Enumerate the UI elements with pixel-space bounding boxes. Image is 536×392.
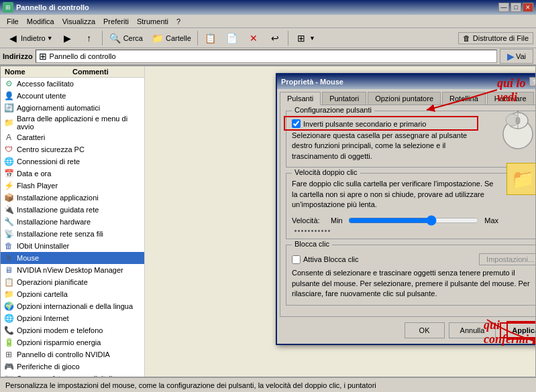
sidebar-item-14[interactable]: 🖱 Mouse bbox=[1, 252, 144, 264]
search-icon: 🔍 bbox=[109, 31, 122, 45]
sidebar-item-icon-17: 📁 bbox=[3, 289, 14, 300]
sidebar-item-9[interactable]: 📦 Installazione applicazioni bbox=[1, 192, 144, 204]
sidebar-item-text-23: Periferiche di gioco bbox=[17, 363, 80, 371]
sidebar-item-3[interactable]: 📁 Barra delle applicazioni e menu di avv… bbox=[1, 114, 144, 131]
sidebar-item-17[interactable]: 📁 Opzioni cartella bbox=[1, 288, 144, 300]
title-bar: ⊞ Pannello di controllo — □ ✕ bbox=[0, 0, 536, 15]
sidebar-item-8[interactable]: ⚡ Flash Player bbox=[1, 180, 144, 192]
sidebar-item-text-10: Installazione guidata rete bbox=[17, 206, 99, 214]
sidebar-item-11[interactable]: 🔧 Installazione hardware bbox=[1, 216, 144, 228]
view-icon: ⊞ bbox=[294, 31, 308, 45]
sidebar-item-7[interactable]: 📅 Data e ora bbox=[1, 168, 144, 180]
annulla-button[interactable]: Annulla bbox=[449, 322, 496, 338]
back-button[interactable]: ◀ Indietro ▼ bbox=[3, 30, 56, 46]
applica-button[interactable]: Applica bbox=[500, 322, 535, 338]
sidebar-item-16[interactable]: 📋 Operazioni pianificate bbox=[1, 276, 144, 288]
sidebar-item-icon-12: 📡 bbox=[3, 228, 14, 239]
sidebar-item-6[interactable]: 🌐 Connessioni di rete bbox=[1, 155, 144, 168]
undo-icon: ↩ bbox=[268, 31, 282, 45]
sidebar-item-22[interactable]: ⊞ Pannello di controllo NVIDIA bbox=[1, 348, 144, 361]
sidebar-item-icon-13: 🗑 bbox=[3, 241, 14, 251]
menu-file[interactable]: File bbox=[3, 16, 23, 27]
sidebar-item-15[interactable]: 🖥 NVIDIA nView Desktop Manager bbox=[1, 264, 144, 276]
sidebar-item-icon-11: 🔧 bbox=[3, 216, 14, 227]
folder-preview[interactable]: 📁 bbox=[506, 163, 535, 195]
velocita-title: Velocità doppio clic bbox=[292, 168, 360, 176]
sidebar-item-18[interactable]: 🌍 Opzioni internazionali e della lingua bbox=[1, 300, 144, 312]
velocita-label: Velocità: bbox=[292, 216, 325, 224]
view-button[interactable]: ⊞ ▼ bbox=[291, 30, 319, 46]
address-bar: Indirizzo ⊞ Pannello di controllo ▶ Vai bbox=[0, 48, 536, 66]
menu-strumenti[interactable]: Strumenti bbox=[133, 16, 172, 27]
sidebar-item-icon-4: A bbox=[3, 132, 14, 143]
sidebar-item-icon-15: 🖥 bbox=[3, 265, 14, 275]
sidebar: Nome Commenti ⚙ Accesso facilitato 👤 Acc… bbox=[1, 66, 145, 377]
sidebar-item-icon-1: 👤 bbox=[3, 90, 14, 101]
tab-opzioni-puntatore[interactable]: Opzioni puntatore bbox=[368, 92, 441, 105]
menu-visualizza[interactable]: Visualizza bbox=[58, 16, 99, 27]
dialog-title-buttons: ? ✕ bbox=[529, 77, 535, 86]
sidebar-item-icon-20: 📞 bbox=[3, 325, 14, 336]
sidebar-item-2[interactable]: 🔄 Aggiornamenti automatici bbox=[1, 102, 144, 114]
configurazione-pulsanti-group: Configurazione pulsanti Inverti pulsante… bbox=[286, 111, 535, 168]
tab-puntatori[interactable]: Puntatori bbox=[322, 92, 366, 105]
tab-rotellina[interactable]: Rotellina bbox=[442, 92, 486, 105]
blocca-clic-label: Attiva Blocca clic bbox=[303, 255, 359, 263]
delete-button[interactable]: ✕ bbox=[244, 30, 264, 46]
toolbar-right: 🗑 Distruttore di File bbox=[458, 32, 533, 44]
velocita-description: Fare doppio clic sulla cartella per veri… bbox=[292, 179, 498, 210]
up-icon: ↑ bbox=[83, 31, 96, 45]
sidebar-item-text-4: Caratteri bbox=[17, 133, 45, 141]
sidebar-items-container: ⚙ Accesso facilitato 👤 Account utente 🔄 … bbox=[1, 78, 144, 377]
sidebar-item-24[interactable]: 📷 Scanner e fotocamere digitali bbox=[1, 373, 144, 377]
up-button[interactable]: ↑ bbox=[79, 30, 99, 46]
sidebar-item-text-14: Mouse bbox=[17, 254, 39, 262]
sidebar-item-text-0: Accesso facilitato bbox=[17, 80, 74, 88]
folders-button[interactable]: 📁 Cartelle bbox=[148, 30, 195, 46]
sidebar-item-1[interactable]: 👤 Account utente bbox=[1, 90, 144, 102]
tab-pulsanti[interactable]: Pulsanti bbox=[280, 92, 321, 105]
address-input-container: ⊞ Pannello di controllo bbox=[36, 50, 497, 63]
undo-button[interactable]: ↩ bbox=[265, 30, 285, 46]
back-icon: ◀ bbox=[6, 31, 19, 45]
sidebar-item-21[interactable]: 🔋 Opzioni risparmio energia bbox=[1, 336, 144, 348]
header-comment: Commenti bbox=[72, 68, 140, 76]
sidebar-item-icon-19: 🌐 bbox=[3, 313, 14, 324]
search-button[interactable]: 🔍 Cerca bbox=[105, 30, 146, 46]
sidebar-item-icon-24: 📷 bbox=[3, 373, 14, 377]
maximize-button[interactable]: □ bbox=[511, 3, 521, 12]
paste-button[interactable]: 📄 bbox=[222, 30, 242, 46]
tab-hardware[interactable]: Hardware bbox=[487, 92, 534, 105]
sidebar-item-text-16: Operazioni pianificate bbox=[17, 278, 88, 286]
sidebar-item-10[interactable]: 🔌 Installazione guidata rete bbox=[1, 204, 144, 216]
sidebar-item-5[interactable]: 🛡 Centro sicurezza PC bbox=[1, 143, 144, 155]
go-button[interactable]: ▶ Vai bbox=[500, 49, 533, 64]
sidebar-item-13[interactable]: 🗑 IObit Uninstaller bbox=[1, 240, 144, 252]
sidebar-item-20[interactable]: 📞 Opzioni modem e telefono bbox=[1, 324, 144, 336]
minimize-button[interactable]: — bbox=[498, 3, 509, 12]
sidebar-item-text-7: Data e ora bbox=[17, 170, 51, 178]
sidebar-item-19[interactable]: 🌐 Opzioni Internet bbox=[1, 312, 144, 324]
copy-icon: 📋 bbox=[204, 31, 217, 45]
blocca-clic-checkbox[interactable] bbox=[292, 255, 301, 264]
distruttore-button[interactable]: 🗑 Distruttore di File bbox=[458, 32, 533, 44]
forward-button[interactable]: ▶ bbox=[58, 30, 78, 46]
menu-preferiti[interactable]: Preferiti bbox=[99, 16, 133, 27]
dialog-tabs: Pulsanti Puntatori Opzioni puntatore Rot… bbox=[277, 89, 535, 105]
menu-help[interactable]: ? bbox=[172, 16, 184, 27]
ok-button[interactable]: OK bbox=[405, 322, 445, 338]
sidebar-item-12[interactable]: 📡 Installazione rete senza fili bbox=[1, 228, 144, 240]
sidebar-item-icon-2: 🔄 bbox=[3, 103, 14, 113]
velocity-slider[interactable] bbox=[348, 215, 479, 226]
sidebar-item-0[interactable]: ⚙ Accesso facilitato bbox=[1, 78, 144, 90]
sidebar-item-text-2: Aggiornamenti automatici bbox=[17, 104, 100, 112]
copy-button[interactable]: 📋 bbox=[201, 30, 221, 46]
impostazioni-button[interactable]: Impostazioni... bbox=[479, 253, 535, 265]
dialog-help-button[interactable]: ? bbox=[529, 77, 535, 86]
sidebar-item-4[interactable]: A Caratteri bbox=[1, 131, 144, 143]
inverti-pulsante-checkbox[interactable] bbox=[292, 119, 301, 128]
menu-modifica[interactable]: Modifica bbox=[23, 16, 58, 27]
window-icon: ⊞ bbox=[3, 2, 13, 13]
close-window-button[interactable]: ✕ bbox=[523, 3, 533, 12]
sidebar-item-23[interactable]: 🎮 Periferiche di gioco bbox=[1, 361, 144, 373]
